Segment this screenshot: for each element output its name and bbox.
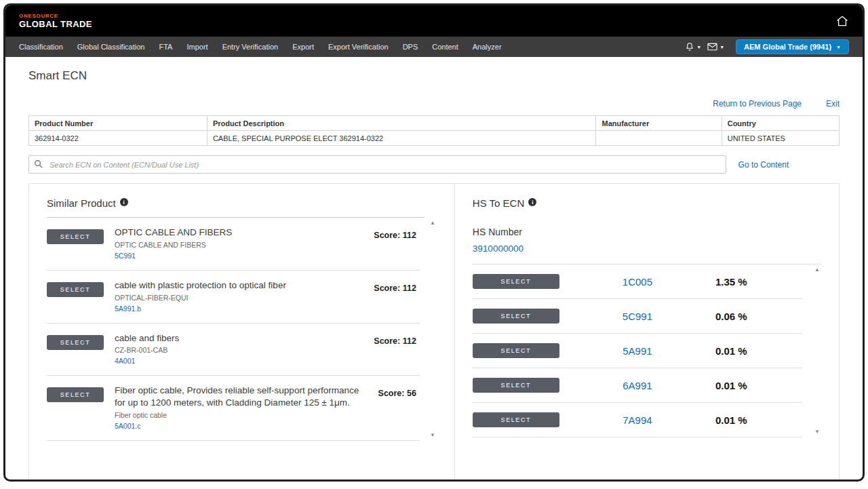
cell-manufacturer: [596, 131, 722, 146]
percent-value: 0.01 %: [715, 414, 802, 426]
hs-to-ecn-title-row: HS To ECN i: [473, 197, 821, 209]
scrollbar[interactable]: ▲ ▼: [429, 220, 437, 438]
col-header-product-number: Product Number: [29, 116, 208, 131]
go-to-content-link[interactable]: Go to Content: [738, 160, 789, 170]
search-row: Go to Content: [28, 155, 840, 174]
caret-down-icon[interactable]: ▼: [719, 45, 724, 50]
nav-item-import[interactable]: Import: [186, 43, 208, 51]
scrollbar[interactable]: ▲ ▼: [813, 267, 821, 435]
nav-item-dps[interactable]: DPS: [403, 43, 418, 51]
cell-product-number: 362914-0322: [29, 131, 208, 146]
scroll-down-icon[interactable]: ▼: [814, 429, 820, 435]
main-nav: Classification Global Classification FTA…: [5, 37, 863, 57]
bell-icon: [685, 42, 694, 52]
item-title: OPTIC CABLE AND FIBERS: [115, 227, 363, 239]
list-item: SELECT 6A991 0.01 %: [473, 368, 802, 403]
item-title: cable with plastic protection to optical…: [115, 279, 363, 292]
list-item: SELECT 5C991 0.06 %: [473, 299, 802, 334]
notifications-menu[interactable]: ▼: [685, 42, 701, 52]
scroll-up-icon[interactable]: ▲: [814, 267, 820, 273]
hs-to-ecn-title: HS To ECN: [473, 197, 524, 209]
select-button[interactable]: SELECT: [47, 229, 104, 244]
list-item: SELECT 1C005 1.35 %: [473, 265, 802, 299]
nav-right-tools: ▼ ▼ AEM Global Trade (9941) ▼: [685, 39, 849, 54]
caret-down-icon[interactable]: ▼: [696, 45, 701, 50]
col-header-country: Country: [722, 116, 839, 131]
select-button[interactable]: SELECT: [473, 309, 559, 324]
select-button[interactable]: SELECT: [473, 378, 559, 393]
nav-item-classification[interactable]: Classification: [19, 43, 63, 51]
info-icon[interactable]: i: [528, 198, 536, 206]
ecn-code-link[interactable]: 5A991.b: [115, 305, 141, 313]
item-score: Score: 112: [374, 283, 416, 293]
messages-menu[interactable]: ▼: [707, 43, 724, 51]
ecn-code-link[interactable]: 5C991: [559, 311, 715, 322]
ecn-code-link[interactable]: 1C005: [559, 276, 715, 288]
page-content: Smart ECN Return to Previous Page Exit P…: [5, 57, 863, 480]
panels-container: Similar Product i SELECT OPTIC CABLE AND…: [28, 183, 840, 480]
ecn-code-link[interactable]: 4A001: [115, 357, 135, 365]
nav-item-global-classification[interactable]: Global Classification: [77, 43, 145, 51]
info-icon[interactable]: i: [120, 198, 128, 206]
nav-item-entry-verification[interactable]: Entry Verification: [222, 43, 279, 51]
return-to-previous-page-link[interactable]: Return to Previous Page: [713, 99, 802, 109]
brand-line-onesource: ONESOURCE: [19, 13, 92, 19]
home-icon[interactable]: [835, 14, 849, 28]
nav-item-analyzer[interactable]: Analyzer: [473, 43, 502, 51]
brand-line-global-trade: GLOBAL TRADE: [19, 19, 92, 29]
item-subtitle: CZ-BR-001-CAB: [115, 346, 363, 354]
select-button[interactable]: SELECT: [473, 274, 559, 289]
similar-product-panel: Similar Product i SELECT OPTIC CABLE AND…: [29, 184, 454, 480]
table-row: 362914-0322 CABLE, SPECIAL PURPOSE ELECT…: [29, 131, 840, 146]
select-button[interactable]: SELECT: [473, 343, 559, 358]
caret-down-icon: ▼: [836, 45, 841, 50]
ecn-code-link[interactable]: 7A994: [559, 414, 715, 426]
hs-to-ecn-panel: HS To ECN i HS Number 3910000000 SELECT …: [454, 184, 839, 480]
percent-value: 0.01 %: [715, 345, 802, 357]
cell-country: UNITED STATES: [722, 131, 839, 146]
similar-product-list: SELECT OPTIC CABLE AND FIBERS OPTIC CABL…: [47, 218, 437, 441]
list-item: SELECT Fiber optic cable, Provides relia…: [47, 376, 420, 441]
search-input[interactable]: [28, 155, 726, 174]
account-selector-button[interactable]: AEM Global Trade (9941) ▼: [736, 39, 849, 54]
list-item: SELECT cable with plastic protection to …: [47, 271, 420, 324]
exit-link[interactable]: Exit: [826, 99, 840, 109]
envelope-icon: [707, 43, 717, 51]
search-icon: [34, 159, 43, 169]
col-header-manufacturer: Manufacturer: [596, 116, 722, 131]
ecn-code-link[interactable]: 5C991: [115, 252, 136, 260]
hs-number-link[interactable]: 3910000000: [473, 243, 524, 254]
similar-product-title: Similar Product: [47, 197, 116, 209]
product-table: Product Number Product Description Manuf…: [28, 115, 840, 146]
select-button[interactable]: SELECT: [47, 282, 104, 297]
col-header-product-description: Product Description: [207, 116, 596, 131]
similar-product-title-row: Similar Product i: [47, 197, 437, 209]
list-item: SELECT 5A991 0.01 %: [473, 334, 802, 368]
ecn-code-link[interactable]: 6A991: [559, 380, 715, 391]
list-item: SELECT cable and fibers CZ-BR-001-CAB 4A…: [47, 324, 420, 376]
nav-item-fta[interactable]: FTA: [159, 43, 172, 51]
top-links: Return to Previous Page Exit: [28, 99, 840, 109]
item-score: Score: 112: [374, 336, 416, 346]
scroll-down-icon[interactable]: ▼: [430, 433, 435, 438]
item-subtitle: OPTIC CABLE AND FIBERS: [115, 241, 363, 249]
list-item: SELECT 7A994 0.01 %: [473, 403, 802, 437]
ecn-code-link[interactable]: 5A991: [559, 345, 715, 357]
item-score: Score: 112: [374, 231, 416, 240]
item-title: cable and fibers: [115, 332, 363, 345]
app-window: ONESOURCE GLOBAL TRADE Classification Gl…: [3, 3, 865, 482]
select-button[interactable]: SELECT: [473, 412, 559, 427]
nav-items: Classification Global Classification FTA…: [19, 43, 502, 51]
hs-number-label: HS Number: [473, 227, 821, 237]
top-bar: ONESOURCE GLOBAL TRADE: [5, 5, 863, 37]
percent-value: 0.06 %: [715, 311, 802, 322]
ecn-code-link[interactable]: 5A001.c: [115, 422, 141, 430]
page-title: Smart ECN: [28, 69, 840, 83]
select-button[interactable]: SELECT: [47, 387, 104, 402]
scroll-up-icon[interactable]: ▲: [430, 220, 435, 226]
nav-item-content[interactable]: Content: [432, 43, 458, 51]
select-button[interactable]: SELECT: [47, 335, 104, 350]
nav-item-export-verification[interactable]: Export Verification: [328, 43, 389, 51]
nav-item-export[interactable]: Export: [292, 43, 314, 51]
cell-product-description: CABLE, SPECIAL PURPOSE ELECT 362914-0322: [207, 131, 596, 146]
